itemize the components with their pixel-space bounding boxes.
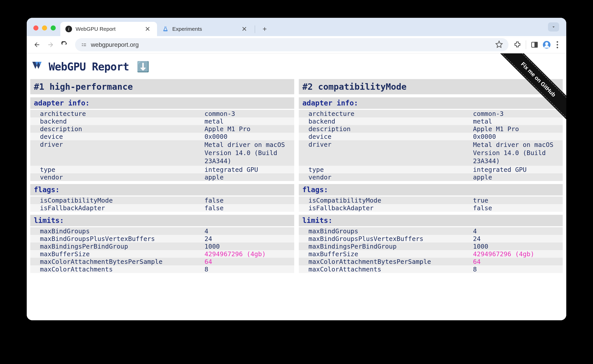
tab-webgpu-report[interactable]: i WebGPU Report ✕	[60, 22, 157, 36]
data-row: backendmetal	[299, 117, 563, 125]
row-key: maxBufferSize	[299, 250, 473, 258]
section-rows: isCompatibilityModefalseisFallbackAdapte…	[30, 196, 294, 212]
data-row: vendorapple	[299, 173, 563, 181]
tab-favicon: i	[65, 26, 72, 32]
new-tab-button[interactable]: +	[259, 23, 270, 35]
row-key: device	[30, 133, 204, 140]
section-header: adapter info:	[30, 97, 294, 109]
row-key: architecture	[30, 110, 204, 117]
row-value: Apple M1 Pro	[204, 125, 294, 133]
section-rows: architecturecommon-3backendmetaldescript…	[30, 110, 294, 181]
site-settings-icon[interactable]	[81, 41, 87, 48]
column-header: #2 compatibilityMode	[299, 79, 563, 94]
data-row: isCompatibilityModetrue	[299, 196, 563, 204]
data-row: maxColorAttachments8	[299, 265, 563, 273]
section-header: limits:	[30, 215, 294, 226]
data-row: isFallbackAdapterfalse	[30, 204, 294, 212]
row-value: false	[473, 204, 563, 212]
tab-close-button[interactable]: ✕	[240, 25, 249, 33]
row-value: false	[204, 204, 294, 212]
page-header: WebGPU Report ⬇️	[27, 53, 566, 79]
tab-close-button[interactable]: ✕	[143, 25, 152, 33]
adapter-column: #2 compatibilityModeadapter info:archite…	[299, 79, 563, 273]
reload-button[interactable]	[59, 39, 70, 50]
tab-title: WebGPU Report	[76, 26, 116, 32]
row-key: maxColorAttachmentBytesPerSample	[30, 258, 204, 265]
row-value: common-3	[204, 110, 294, 117]
data-row: maxBufferSize4294967296 (4gb)	[299, 250, 563, 258]
window-close-button[interactable]	[33, 25, 38, 31]
data-row: maxBindGroupsPlusVertexBuffers24	[299, 235, 563, 242]
tabs-dropdown-button[interactable]	[548, 22, 559, 32]
bookmark-star-icon[interactable]	[495, 40, 503, 49]
data-row: maxBindingsPerBindGroup1000	[30, 242, 294, 250]
row-key: device	[299, 133, 473, 140]
row-key: maxBindingsPerBindGroup	[299, 243, 473, 250]
data-row: driverMetal driver on macOS Version 14.0…	[30, 140, 294, 166]
window-maximize-button[interactable]	[51, 25, 56, 31]
url-text: webgpureport.org	[91, 41, 492, 48]
adapter-column: #1 high-performanceadapter info:architec…	[30, 79, 294, 273]
forward-button[interactable]	[45, 39, 56, 50]
row-value: false	[204, 197, 294, 204]
extensions-icon[interactable]	[514, 41, 521, 49]
row-key: maxBindGroups	[299, 227, 473, 235]
row-key: description	[299, 125, 473, 133]
row-key: backend	[30, 118, 204, 125]
row-value: 0x0000	[204, 133, 294, 140]
row-key: isFallbackAdapter	[30, 204, 204, 212]
tab-separator	[255, 25, 255, 33]
row-value: 24	[204, 235, 294, 242]
tab-favicon	[162, 26, 169, 32]
row-key: isFallbackAdapter	[299, 204, 473, 212]
row-value: 1000	[204, 243, 294, 250]
adapter-columns: #1 high-performanceadapter info:architec…	[27, 79, 566, 273]
row-value: 8	[204, 266, 294, 273]
column-header: #1 high-performance	[30, 79, 294, 94]
data-row: vendorapple	[30, 173, 294, 181]
row-key: backend	[299, 118, 473, 125]
section-rows: isCompatibilityModetrueisFallbackAdapter…	[299, 196, 563, 212]
row-key: maxBindGroupsPlusVertexBuffers	[299, 235, 473, 242]
side-panel-icon[interactable]	[531, 41, 538, 49]
data-row: typeintegrated GPU	[30, 166, 294, 173]
data-row: device0x0000	[30, 133, 294, 140]
row-value: metal	[204, 118, 294, 125]
row-value: integrated GPU	[204, 166, 294, 173]
tab-experiments[interactable]: Experiments ✕	[157, 22, 254, 36]
row-value: Metal driver on macOS Version 14.0 (Buil…	[204, 141, 294, 165]
row-value: 1000	[473, 243, 563, 250]
browser-window: i WebGPU Report ✕ Experiments ✕ +	[27, 18, 566, 320]
address-bar[interactable]: webgpureport.org	[75, 38, 509, 51]
row-key: vendor	[299, 174, 473, 181]
data-row: maxColorAttachments8	[30, 265, 294, 273]
section-rows: maxBindGroups4maxBindGroupsPlusVertexBuf…	[299, 227, 563, 273]
row-value: common-3	[473, 110, 563, 117]
row-key: vendor	[30, 174, 204, 181]
section-rows: maxBindGroups4maxBindGroupsPlusVertexBuf…	[30, 227, 294, 273]
section-rows: architecturecommon-3backendmetaldescript…	[299, 110, 563, 181]
row-value: 4	[473, 227, 563, 235]
page-content: WebGPU Report ⬇️ #1 high-performanceadap…	[27, 53, 566, 320]
row-key: maxBufferSize	[30, 250, 204, 258]
download-button[interactable]: ⬇️	[137, 61, 149, 73]
back-button[interactable]	[31, 39, 43, 50]
row-value: true	[473, 197, 563, 204]
data-row: descriptionApple M1 Pro	[299, 125, 563, 133]
row-key: maxColorAttachments	[299, 266, 473, 273]
data-row: isCompatibilityModefalse	[30, 196, 294, 204]
data-row: architecturecommon-3	[30, 110, 294, 117]
profile-avatar[interactable]	[543, 41, 550, 49]
browser-menu-button[interactable]	[555, 41, 560, 48]
data-row: maxColorAttachmentBytesPerSample64	[30, 258, 294, 265]
window-minimize-button[interactable]	[42, 25, 47, 31]
traffic-lights	[31, 25, 60, 36]
row-value: integrated GPU	[473, 166, 563, 173]
row-key: maxBindGroups	[30, 227, 204, 235]
data-row: architecturecommon-3	[299, 110, 563, 117]
data-row: maxColorAttachmentBytesPerSample64	[299, 258, 563, 265]
tab-title: Experiments	[172, 26, 202, 32]
row-key: type	[299, 166, 473, 173]
row-value: 64	[204, 258, 294, 265]
row-value: 0x0000	[473, 133, 563, 140]
